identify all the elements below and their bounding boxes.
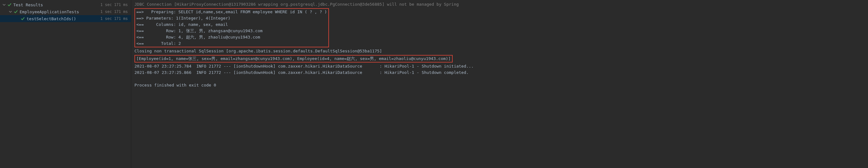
tree-class-time: 1 sec 171 ms [100,9,128,14]
log-exit-line: Process finished with exit code 0 [134,82,865,89]
chevron-down-icon[interactable] [8,10,13,13]
log-line: 2021-08-07 23:27:25.784 INFO 21772 --- [… [134,63,865,69]
tree-method-time: 1 sec 171 ms [100,16,128,21]
log-line: Closing non transactional SqlSession [or… [134,48,865,54]
tree-root-time: 1 sec 171 ms [100,3,128,7]
tree-method-label: testSelectBatchIds() [27,16,100,21]
tree-root-row[interactable]: Test Results 1 sec 171 ms [0,1,131,8]
tree-root-label: Test Results [13,3,100,7]
check-icon [20,17,25,21]
log-line: <== Row: 1, 张三, 男, zhangsan@cunyu1943.co… [136,28,327,34]
log-line: ==> Parameters: 1(Integer), 4(Integer) [136,15,327,22]
check-icon [13,10,18,13]
log-line: <== Columns: id, name, sex, email [136,22,327,28]
log-line: JDBC Connection [HikariProxyConnection@1… [134,1,865,8]
log-line: [Employee(id=1, name=张三, sex=男, email=zh… [136,56,451,62]
log-line: ==> Preparing: SELECT id,name,sex,email … [136,9,327,15]
tree-class-row[interactable]: EmployeeApplicationTests 1 sec 171 ms [0,8,131,15]
tree-class-label: EmployeeApplicationTests [20,9,100,14]
log-line: 2021-08-07 23:27:25.866 INFO 21772 --- [… [134,69,865,76]
log-line [134,76,865,82]
console-output[interactable]: JDBC Connection [HikariProxyConnection@1… [131,0,868,168]
log-line: <== Total: 2 [136,40,327,47]
check-icon [7,3,12,7]
log-line: <== Row: 4, 赵六, 男, zhaoliu@cunyu1943.com [136,34,327,40]
result-highlight-box: [Employee(id=1, name=张三, sex=男, email=zh… [134,55,453,63]
sql-highlight-box: ==> Preparing: SELECT id,name,sex,email … [134,8,329,47]
tree-method-row[interactable]: testSelectBatchIds() 1 sec 171 ms [0,15,131,22]
chevron-down-icon[interactable] [2,3,6,6]
test-results-tree: Test Results 1 sec 171 ms EmployeeApplic… [0,0,131,168]
